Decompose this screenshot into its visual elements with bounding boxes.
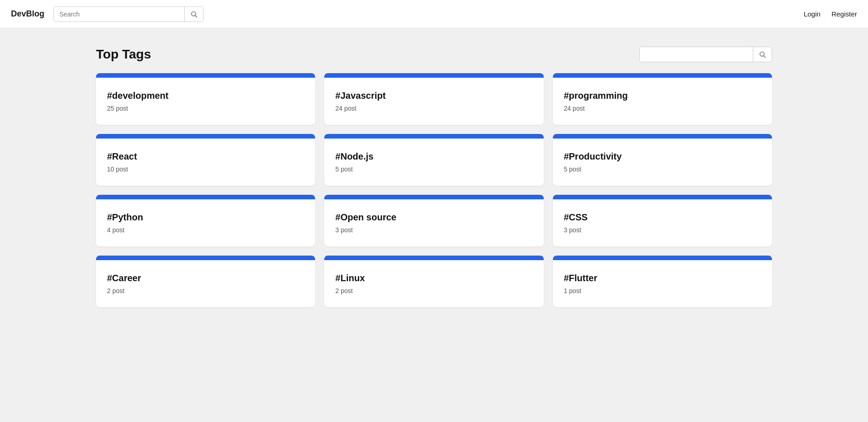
tag-card[interactable]: #Flutter1 post [553,256,772,307]
tag-card-bar [324,73,543,78]
tag-card-body: #Node.js5 post [324,139,543,186]
tag-name: #Node.js [335,151,532,162]
brand-logo[interactable]: DevBlog [11,9,44,19]
navbar: DevBlog Login Register [0,0,868,28]
tag-card-body: #React10 post [96,139,315,186]
tag-card-body: #Linux2 post [324,260,543,307]
tag-name: #Productivity [564,151,761,162]
tag-name: #Javascript [335,91,532,101]
tag-card-bar [553,73,772,78]
tag-card[interactable]: #development25 post [96,73,315,125]
page-header: Top Tags [96,47,772,62]
tag-card[interactable]: #CSS3 post [553,195,772,246]
tag-card[interactable]: #Career2 post [96,256,315,307]
tag-card-bar [553,134,772,139]
page-title: Top Tags [96,47,151,62]
svg-line-3 [764,56,766,58]
tag-name: #development [107,91,304,101]
tag-card[interactable]: #Python4 post [96,195,315,246]
tag-card-body: #Flutter1 post [553,260,772,307]
tags-search-icon [759,51,766,58]
search-input[interactable] [54,7,184,21]
tag-card[interactable]: #Productivity5 post [553,134,772,186]
tag-name: #Linux [335,273,532,283]
tag-card[interactable]: #Linux2 post [324,256,543,307]
tag-name: #programming [564,91,761,101]
tag-card-bar [553,256,772,260]
tag-card-body: #Javascript24 post [324,78,543,125]
navbar-search-container [54,6,204,22]
tag-card-bar [553,195,772,199]
tag-card-bar [96,256,315,260]
tag-name: #CSS [564,212,761,223]
svg-line-1 [195,16,197,17]
tag-count: 24 post [564,105,761,112]
tag-card[interactable]: #programming24 post [553,73,772,125]
tags-search-button[interactable] [753,47,772,62]
tag-card-bar [324,195,543,199]
tag-name: #React [107,151,304,162]
tag-card-body: #Open source3 post [324,199,543,246]
tag-card-body: #Productivity5 post [553,139,772,186]
tag-count: 24 post [335,105,532,112]
tag-name: #Career [107,273,304,283]
tag-card-body: #development25 post [96,78,315,125]
tag-count: 5 post [564,166,761,173]
tag-count: 5 post [335,166,532,173]
search-icon [190,11,198,18]
tag-count: 4 post [107,226,304,234]
tag-count: 2 post [107,287,304,294]
tag-card-body: #CSS3 post [553,199,772,246]
tag-card[interactable]: #Open source3 post [324,195,543,246]
tag-count: 1 post [564,287,761,294]
tag-card[interactable]: #Javascript24 post [324,73,543,125]
tags-search-input[interactable] [640,47,753,62]
tag-card[interactable]: #Node.js5 post [324,134,543,186]
tag-card-body: #Python4 post [96,199,315,246]
tag-card-bar [96,73,315,78]
tag-card-bar [324,134,543,139]
tag-card-body: #programming24 post [553,78,772,125]
tag-count: 25 post [107,105,304,112]
search-button[interactable] [184,7,203,21]
tag-name: #Flutter [564,273,761,283]
tag-count: 2 post [335,287,532,294]
tag-count: 3 post [564,226,761,234]
tag-name: #Open source [335,212,532,223]
tag-card[interactable]: #React10 post [96,134,315,186]
tag-name: #Python [107,212,304,223]
tag-card-body: #Career2 post [96,260,315,307]
tag-count: 10 post [107,166,304,173]
tag-card-bar [96,195,315,199]
login-link[interactable]: Login [804,10,820,18]
tag-card-bar [324,256,543,260]
tags-search-container [639,47,772,62]
register-link[interactable]: Register [831,10,857,18]
main-content: Top Tags #development25 post#Javascript2… [0,28,868,326]
tags-grid: #development25 post#Javascript24 post#pr… [96,73,772,307]
navbar-right: Login Register [804,10,857,18]
tag-count: 3 post [335,226,532,234]
tag-card-bar [96,134,315,139]
